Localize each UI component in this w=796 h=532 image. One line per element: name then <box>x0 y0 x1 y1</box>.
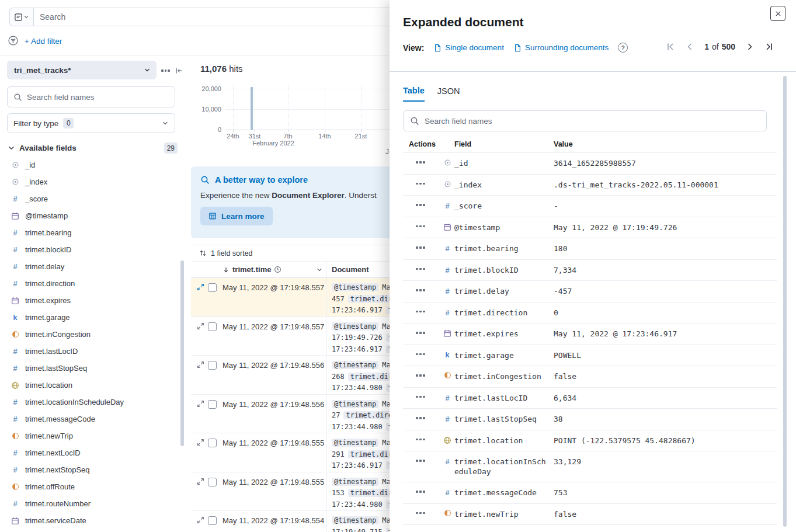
row-checkbox[interactable] <box>208 439 217 447</box>
sidebar-field-item[interactable]: trimet.location <box>7 377 178 394</box>
field-search-input[interactable] <box>27 93 169 102</box>
sidebar-field-item[interactable]: #trimet.blockID <box>7 241 178 258</box>
flyout-scrollbar[interactable] <box>783 76 787 527</box>
row-actions-button[interactable] <box>403 225 437 228</box>
row-actions-button[interactable] <box>403 268 437 270</box>
expand-document-button[interactable] <box>197 478 204 485</box>
field-value-text: 17:23:44.980 <box>332 384 383 392</box>
tab-table[interactable]: Table <box>403 86 425 102</box>
row-actions-button[interactable] <box>403 417 437 419</box>
field-cell: #trimet.lastLocID <box>437 394 550 404</box>
surrounding-documents-link[interactable]: Surrounding documents <box>513 43 609 52</box>
close-flyout-button[interactable] <box>770 6 785 21</box>
field-value-text: 17:23:46.917 <box>332 345 383 353</box>
help-icon[interactable]: ? <box>618 43 628 53</box>
row-actions-button[interactable] <box>403 512 437 514</box>
sidebar-field-item[interactable]: trimet.inCongestion <box>7 326 178 343</box>
sidebar-field-item[interactable]: trimet.newTrip <box>7 427 178 444</box>
learn-more-button[interactable]: Learn more <box>200 207 273 225</box>
sidebar-field-item[interactable]: #trimet.nextLocID <box>7 444 178 461</box>
sidebar-field-item[interactable]: #trimet.messageCode <box>7 411 178 427</box>
row-actions-button[interactable] <box>403 246 437 249</box>
filter-by-type-button[interactable]: Filter by type 0 <box>7 113 175 133</box>
row-checkbox[interactable] <box>208 400 217 409</box>
sidebar-field-item[interactable]: trimet.offRoute <box>7 478 178 495</box>
field-name: trimet.location <box>454 436 550 446</box>
sidebar-field-item[interactable]: ktrimet.garage <box>7 309 178 326</box>
row-actions-button[interactable] <box>403 183 437 185</box>
row-actions-button[interactable] <box>403 396 437 398</box>
previous-page-button[interactable] <box>685 42 694 51</box>
row-actions-button[interactable] <box>403 289 437 291</box>
sidebar-field-item[interactable]: #_score <box>7 190 178 207</box>
sidebar-field-item[interactable]: #trimet.nextStopSeq <box>7 461 178 478</box>
row-checkbox[interactable] <box>208 361 217 370</box>
filter-menu-icon[interactable] <box>8 36 18 48</box>
field-name: trimet.lastStopSeq <box>454 415 550 425</box>
x-gridline <box>255 84 255 130</box>
field-value: POWELL <box>550 351 777 361</box>
sidebar-field-item[interactable]: #trimet.direction <box>7 275 178 292</box>
field-name: trimet.expires <box>454 329 550 339</box>
data-view-picker[interactable]: tri_met_tracks* <box>7 61 157 79</box>
sidebar-field-item[interactable]: #trimet.delay <box>7 258 178 275</box>
row-checkbox[interactable] <box>208 516 217 525</box>
field-name-label: trimet.lastStopSeq <box>25 364 87 373</box>
sidebar-field-item[interactable]: _index <box>7 173 178 190</box>
add-filter-button[interactable]: + Add filter <box>25 37 62 46</box>
available-fields-label: Available fields <box>19 144 77 152</box>
sidebar-field-item[interactable]: _id <box>7 157 178 173</box>
available-fields-header[interactable]: Available fields 29 <box>8 142 178 154</box>
time-column-header[interactable]: trimet.time <box>219 262 327 277</box>
row-actions-button[interactable] <box>403 460 437 462</box>
sidebar-options-button[interactable] <box>161 65 170 76</box>
sidebar-field-item[interactable]: #trimet.bearing <box>7 224 178 241</box>
row-actions-button[interactable] <box>403 374 437 377</box>
next-page-button[interactable] <box>745 42 755 51</box>
row-actions-button[interactable] <box>403 353 437 356</box>
expand-document-button[interactable] <box>197 361 204 368</box>
field-cell: #trimet.delay <box>437 287 550 297</box>
first-page-button[interactable] <box>666 42 675 51</box>
single-document-link[interactable]: Single document <box>433 43 504 52</box>
row-actions-button[interactable] <box>403 439 437 441</box>
collapse-sidebar-button[interactable] <box>175 65 183 76</box>
field-name-label: trimet.direction <box>25 279 75 288</box>
flyout-field-search-input[interactable] <box>425 117 760 126</box>
last-page-button[interactable] <box>764 42 774 51</box>
hits-counter: 11,076 hits <box>200 64 243 74</box>
field-value: POINT (-122.5379575 45.4828667) <box>550 436 777 446</box>
field-name-chip: @timestamp <box>332 283 378 291</box>
saved-query-menu-button[interactable] <box>9 8 34 26</box>
sidebar-scrollbar[interactable] <box>180 260 184 446</box>
row-checkbox[interactable] <box>208 322 217 331</box>
field-cell: trimet.expires <box>437 329 550 339</box>
sidebar-field-item[interactable]: trimet.expires <box>7 292 178 309</box>
sidebar-field-item[interactable]: #trimet.routeNumber <box>7 495 178 512</box>
sidebar-field-item[interactable]: @timestamp <box>7 207 178 224</box>
sidebar-field-item[interactable]: #trimet.locationInScheduleDay <box>7 394 178 411</box>
y-axis-tick-label: 20,000 <box>191 85 221 92</box>
row-checkbox[interactable] <box>208 283 217 292</box>
column-menu-chevron-icon[interactable] <box>316 266 323 273</box>
discover-sidebar: tri_met_tracks* Filter by type 0 <box>0 56 188 532</box>
sidebar-field-item[interactable]: #trimet.lastLocID <box>7 343 178 360</box>
row-actions-button[interactable] <box>403 332 437 334</box>
expand-document-button[interactable] <box>197 322 204 330</box>
field-name-label: _index <box>25 178 47 186</box>
row-actions-button[interactable] <box>403 161 437 164</box>
sidebar-field-item[interactable]: trimet.serviceDate <box>7 512 178 529</box>
date-field-icon <box>443 223 452 231</box>
row-actions-button[interactable] <box>403 311 437 313</box>
expand-document-button[interactable] <box>197 283 204 291</box>
row-checkbox[interactable] <box>208 478 217 486</box>
expand-icon <box>197 439 204 446</box>
tab-json[interactable]: JSON <box>437 86 460 102</box>
row-actions-button[interactable] <box>403 204 437 206</box>
expand-document-button[interactable] <box>197 439 204 446</box>
expand-document-button[interactable] <box>197 400 204 408</box>
geo-field-icon <box>443 436 452 444</box>
sidebar-field-item[interactable]: #trimet.lastStopSeq <box>7 360 178 377</box>
row-actions-button[interactable] <box>403 491 437 493</box>
expand-document-button[interactable] <box>197 516 204 524</box>
